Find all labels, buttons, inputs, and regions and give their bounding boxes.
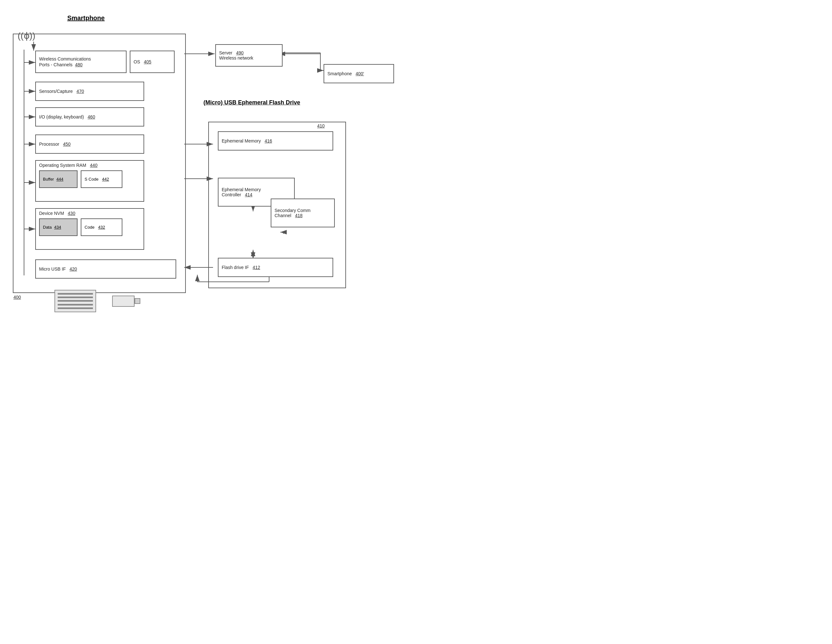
ephemeral-ctrl-num: 414: [245, 192, 252, 197]
micro-usb-label: Micro USB IF 420: [39, 267, 77, 272]
buffer-label: Buffer 444: [43, 177, 64, 182]
io-num: 460: [88, 114, 95, 120]
ephemeral-mem-box: Ephemeral Memory 416: [218, 131, 333, 150]
data-box: Data 434: [39, 218, 78, 236]
micro-usb-num: 420: [69, 267, 77, 272]
wireless-comm-label: Wireless CommunicationsPorts - Channels …: [39, 56, 91, 67]
os-ram-box: Operating System RAM 440 Buffer 444 S Co…: [35, 160, 144, 202]
device-line: [58, 297, 93, 298]
processor-label: Processor 450: [39, 142, 70, 147]
flash-drive-if-num: 412: [253, 265, 260, 270]
buffer-box: Buffer 444: [39, 170, 78, 188]
os-box: OS 405: [130, 51, 174, 73]
diagram: Smartphone 400 ((ϕ)) Wireless Communicat…: [0, 0, 416, 322]
ephemeral-mem-label: Ephemeral Memory 416: [222, 138, 272, 144]
smartphone-outer-number: 400: [13, 295, 21, 300]
os-label: OS 405: [134, 59, 151, 64]
smartphone2-num: 400': [355, 71, 364, 76]
usb-body: [112, 296, 134, 307]
device-nvm-label: Device NVM 430: [39, 211, 75, 216]
ephemeral-mem-num: 416: [265, 138, 272, 144]
smartphone2-label: Smartphone 400': [327, 71, 364, 76]
sensors-num: 470: [77, 89, 84, 94]
scode-label: S Code 442: [85, 177, 109, 182]
code-box: Code 432: [81, 218, 122, 236]
data-num: 434: [54, 225, 61, 230]
device-line: [58, 304, 93, 305]
device-line: [58, 293, 93, 295]
flash-outer-num: 410: [317, 123, 325, 128]
wifi-icon: ((ϕ)): [18, 30, 35, 41]
ephemeral-ctrl-label: Ephemeral MemoryController 414: [222, 187, 261, 197]
micro-usb-box: Micro USB IF 420: [35, 259, 176, 279]
processor-box: Processor 450: [35, 134, 144, 154]
device-illustration-usb: [112, 296, 140, 307]
wireless-comm-box: Wireless CommunicationsPorts - Channels …: [35, 51, 126, 73]
io-box: I/O (display, keyboard) 460: [35, 107, 144, 126]
server-network-label: Wireless network: [219, 55, 253, 61]
device-line: [58, 300, 93, 302]
server-box: Server 490 Wireless network: [215, 44, 283, 67]
secondary-comm-label: Secondary CommChannel 418: [275, 208, 310, 218]
data-label: Data 434: [43, 225, 61, 230]
sensors-label: Sensors/Capture 470: [39, 89, 84, 94]
os-ram-label: Operating System RAM 440: [39, 163, 98, 168]
device-illustration-laptop: [54, 290, 96, 312]
code-label: Code 432: [85, 225, 105, 230]
os-num: 405: [144, 59, 151, 64]
server-label: Server 490: [219, 50, 243, 55]
sensors-box: Sensors/Capture 470: [35, 81, 144, 101]
code-num: 432: [98, 225, 105, 230]
io-label: I/O (display, keyboard) 460: [39, 114, 95, 120]
scode-box: S Code 442: [81, 170, 122, 188]
bottom-illustration: [54, 290, 140, 312]
wireless-comm-num: 480: [75, 62, 82, 67]
device-nvm-box: Device NVM 430 Data 434 Code 432: [35, 208, 144, 250]
scode-num: 442: [102, 177, 109, 182]
server-num: 490: [236, 50, 243, 55]
device-line: [58, 307, 93, 309]
processor-num: 450: [63, 142, 70, 147]
secondary-comm-box: Secondary CommChannel 418: [271, 198, 335, 227]
device-nvm-num: 430: [68, 211, 75, 216]
buffer-num: 444: [56, 177, 64, 182]
usb-plug: [134, 298, 140, 304]
smartphone2-box: Smartphone 400': [323, 64, 394, 83]
smartphone-title: Smartphone: [67, 14, 105, 22]
flash-drive-if-box: Flash drive IF 412: [218, 258, 333, 277]
secondary-comm-num: 418: [295, 213, 302, 218]
flash-drive-if-label: Flash drive IF 412: [222, 265, 260, 270]
usb-flash-title: (Micro) USB Ephemeral Flash Drive: [203, 99, 300, 106]
os-ram-num: 440: [90, 163, 98, 168]
